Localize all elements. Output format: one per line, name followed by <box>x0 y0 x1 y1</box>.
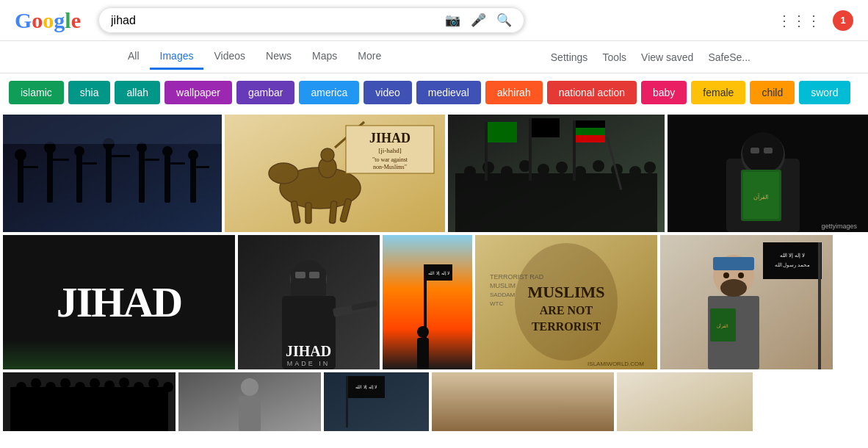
chip-allah[interactable]: allah <box>115 81 160 104</box>
svg-point-45 <box>556 162 568 173</box>
search-input[interactable]: jihad <box>111 14 445 27</box>
svg-rect-1 <box>18 159 23 203</box>
svg-rect-112 <box>10 387 168 431</box>
filter-chips-bar: islamic shia allah wallpaper gambar amer… <box>0 73 868 112</box>
voice-search-icon[interactable]: 🎤 <box>471 12 486 28</box>
chip-america[interactable]: america <box>299 81 359 104</box>
image-bottom-2[interactable] <box>178 372 321 431</box>
chip-national-action[interactable]: national action <box>547 81 637 104</box>
image-bottom-4[interactable] <box>432 372 614 431</box>
svg-rect-7 <box>76 155 82 203</box>
svg-point-88 <box>515 243 618 361</box>
jihad-text-label: JIHAD <box>57 278 181 327</box>
svg-text:SADDAM: SADDAM <box>490 292 516 298</box>
svg-rect-126 <box>239 396 261 431</box>
svg-rect-132 <box>617 372 753 431</box>
image-silhouettes[interactable] <box>3 115 222 232</box>
svg-point-17 <box>162 146 173 156</box>
svg-rect-3 <box>23 166 38 168</box>
tab-maps[interactable]: Maps <box>302 44 347 70</box>
chip-gambar[interactable]: gambar <box>236 81 294 104</box>
svg-point-14 <box>137 142 147 153</box>
svg-text:لا إله إلا الله: لا إله إلا الله <box>355 385 377 390</box>
svg-point-47 <box>593 160 604 172</box>
chip-video[interactable]: video <box>364 81 411 104</box>
svg-rect-9 <box>82 162 97 165</box>
svg-point-117 <box>75 382 85 392</box>
svg-point-113 <box>16 382 26 392</box>
image-muslims-not-terrorist[interactable]: TERRORIST RAD MUSLIM SADDAM WTC MUSLIMS … <box>475 235 657 369</box>
tab-images[interactable]: Images <box>150 44 204 70</box>
image-jihad-text[interactable]: JIHAD <box>3 235 235 369</box>
svg-text:ISLAMIWORLD.COM: ISLAMIWORLD.COM <box>587 361 644 367</box>
svg-rect-15 <box>145 159 159 161</box>
svg-text:محمد رسول الله: محمد رسول الله <box>775 262 811 268</box>
chip-child[interactable]: child <box>750 81 795 104</box>
image-flag-sunset[interactable]: لا إله إلا الله <box>383 235 472 369</box>
svg-rect-18 <box>170 162 185 165</box>
image-bottom-1[interactable] <box>3 372 176 431</box>
svg-text:MADE IN: MADE IN <box>287 360 330 367</box>
svg-point-42 <box>501 166 513 178</box>
svg-text:"to war against: "to war against <box>372 156 408 163</box>
svg-text:MUSLIM: MUSLIM <box>490 282 516 289</box>
svg-rect-51 <box>485 122 488 181</box>
nav-tabs: All Images Videos News Maps More Setting… <box>0 41 868 73</box>
avatar[interactable]: 1 <box>833 10 853 31</box>
chip-shia[interactable]: shia <box>68 81 111 104</box>
image-bottom-3[interactable]: لا إله إلا الله <box>324 372 429 431</box>
svg-rect-28 <box>329 201 337 224</box>
header-right: ⋮⋮⋮ 1 <box>777 10 853 31</box>
svg-rect-58 <box>576 135 605 142</box>
camera-search-icon[interactable]: 📷 <box>445 12 460 28</box>
svg-point-41 <box>482 162 494 173</box>
chip-islamic[interactable]: islamic <box>9 81 64 104</box>
tools-link[interactable]: Tools <box>602 51 626 63</box>
image-protest[interactable] <box>448 115 665 232</box>
tab-all[interactable]: All <box>117 44 150 70</box>
svg-rect-56 <box>576 120 605 128</box>
svg-point-85 <box>417 326 429 338</box>
nav-right-links: Settings Tools View saved SafeSe... <box>551 51 751 63</box>
chip-baby[interactable]: baby <box>641 81 687 104</box>
svg-point-115 <box>46 382 56 392</box>
svg-text:لا إله إلا الله: لا إله إلا الله <box>428 271 449 276</box>
view-saved-link[interactable]: View saved <box>641 51 693 63</box>
chip-sword[interactable]: sword <box>799 81 850 104</box>
svg-rect-22 <box>3 115 222 144</box>
svg-text:ARE NOT: ARE NOT <box>540 304 593 317</box>
image-isis-flag[interactable]: لا إله إلا الله محمد رسول الله القرآن <box>660 235 833 369</box>
svg-point-116 <box>60 378 70 389</box>
chip-female[interactable]: female <box>691 81 745 104</box>
svg-text:TERRORIST: TERRORIST <box>532 320 601 333</box>
tab-news[interactable]: News <box>256 44 302 70</box>
tab-videos[interactable]: Videos <box>203 44 256 70</box>
svg-point-50 <box>644 162 656 173</box>
apps-grid-icon[interactable]: ⋮⋮⋮ <box>777 12 821 29</box>
svg-text:WTC: WTC <box>490 300 503 307</box>
tab-more[interactable]: More <box>347 44 391 70</box>
svg-rect-57 <box>576 128 605 135</box>
safesearch-link[interactable]: SafeSe... <box>708 51 751 63</box>
image-horseman[interactable]: JIHAD [ji-hahd] "to war against non-Musl… <box>225 115 445 232</box>
chip-akhirah[interactable]: akhirah <box>485 81 543 104</box>
image-quran-masked[interactable]: القرآن gettyimages <box>668 115 868 232</box>
svg-point-63 <box>742 132 784 173</box>
settings-link[interactable]: Settings <box>551 51 588 63</box>
image-masked-gun[interactable]: JIHAD MADE IN <box>238 235 380 369</box>
search-submit-icon[interactable]: 🔍 <box>496 12 512 28</box>
svg-point-25 <box>269 163 298 184</box>
image-row-3: لا إله إلا الله <box>0 372 868 431</box>
chip-wallpaper[interactable]: wallpaper <box>164 81 232 104</box>
chip-medieval[interactable]: medieval <box>416 81 481 104</box>
svg-text:JIHAD: JIHAD <box>369 131 411 145</box>
svg-rect-6 <box>53 159 69 161</box>
google-logo[interactable]: Google <box>15 8 81 33</box>
image-row-2: JIHAD <box>0 235 868 369</box>
svg-rect-52 <box>488 122 517 142</box>
svg-text:لا إله إلا الله: لا إله إلا الله <box>780 253 805 259</box>
svg-point-123 <box>163 382 173 392</box>
svg-rect-53 <box>529 118 532 181</box>
svg-rect-86 <box>417 338 429 369</box>
image-bottom-5[interactable] <box>617 372 753 431</box>
